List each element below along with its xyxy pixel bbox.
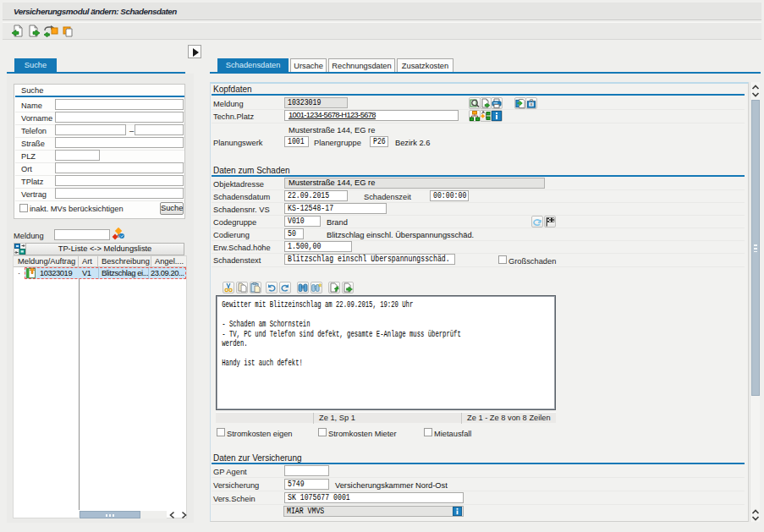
editor-lines: Gewitter mit Blitzeinschlag am 22.09.201… bbox=[217, 296, 555, 369]
gpagent-input[interactable] bbox=[284, 465, 329, 476]
print-icon[interactable] bbox=[491, 97, 503, 109]
inakt-mvs-checkbox[interactable] bbox=[19, 204, 28, 212]
erwschad-input[interactable]: 1.500,00 bbox=[284, 241, 352, 252]
ort-label: Ort bbox=[21, 164, 32, 174]
schadenstext-input[interactable]: Blitzschlag einschl Überspannungsschäd. bbox=[284, 254, 455, 265]
mietausfall-checkbox[interactable] bbox=[424, 428, 432, 436]
search-group-underline bbox=[15, 96, 184, 97]
col-angelegt[interactable]: Angel.... bbox=[151, 256, 186, 266]
other-object-icon[interactable] bbox=[11, 25, 25, 38]
vertragsart-info-icon[interactable] bbox=[453, 507, 462, 518]
vorname-input[interactable] bbox=[55, 112, 184, 123]
tp-list-swap-icon[interactable] bbox=[14, 243, 26, 255]
tab-rechnungsdaten[interactable]: Rechnungsdaten bbox=[328, 58, 395, 72]
scroll-down-bottom-icon[interactable] bbox=[751, 515, 760, 524]
meldung-overview-icon[interactable] bbox=[112, 228, 125, 241]
scroll-down-icon[interactable] bbox=[751, 91, 760, 100]
next-object-icon[interactable] bbox=[27, 25, 41, 38]
col-beschreibung[interactable]: Beschreibung bbox=[98, 256, 151, 266]
content-vscrollbar[interactable] bbox=[750, 82, 760, 522]
tplatz-input[interactable] bbox=[55, 175, 184, 186]
ort-input[interactable] bbox=[55, 162, 184, 173]
planungswerk-input[interactable]: 1001 bbox=[284, 136, 309, 147]
page-title: Versicherungsmodul ändern: Schadensdaten bbox=[14, 7, 177, 16]
table-column-divider bbox=[79, 267, 80, 510]
codierung-label: Codierung bbox=[213, 230, 250, 240]
stromkosten-mieter-checkbox[interactable] bbox=[318, 428, 327, 436]
schadensnr-input[interactable]: KS-12548-17 bbox=[284, 203, 387, 214]
find-icon[interactable] bbox=[297, 282, 309, 293]
meldung-table: Meldung/Auftrag Art Beschreibung Angel..… bbox=[13, 255, 187, 518]
name-label: Name bbox=[21, 101, 42, 111]
cut-icon[interactable] bbox=[223, 282, 234, 293]
cell-separator bbox=[98, 267, 99, 279]
codegruppe-input[interactable]: V010 bbox=[284, 216, 321, 227]
change-document-icon[interactable] bbox=[480, 97, 492, 109]
schadensdaten-content: Kopfdaten Meldung 10323019 Techn.Platz 1… bbox=[210, 82, 749, 522]
table-row[interactable]: · 10323019 V1 Blitzschlag ei... 23.09.20… bbox=[25, 267, 186, 279]
create-with-reference-icon[interactable] bbox=[43, 25, 57, 38]
copy-to-clipboard-icon[interactable] bbox=[514, 97, 526, 109]
codierung-input[interactable]: 50 bbox=[284, 228, 304, 239]
long-text-editor[interactable]: Gewitter mit Blitzeinschlag am 22.09.201… bbox=[216, 295, 556, 410]
strasse-label: Straße bbox=[21, 139, 45, 149]
tab-suche[interactable]: Suche bbox=[14, 58, 57, 72]
versschein-input[interactable]: SK 1075677 0001 bbox=[284, 492, 464, 503]
structure-list-icon[interactable] bbox=[480, 110, 492, 122]
technplatz-input[interactable]: 1001-1234-5678-H123-5678 bbox=[284, 110, 459, 121]
editor-line: Gewitter mit Blitzeinschlag am 22.09.201… bbox=[217, 300, 450, 310]
paste-icon[interactable] bbox=[250, 282, 261, 293]
upload-text-icon[interactable] bbox=[328, 282, 340, 293]
scroll-left-icon[interactable] bbox=[168, 511, 177, 519]
plz-input[interactable] bbox=[55, 150, 100, 161]
col-art[interactable]: Art bbox=[79, 256, 98, 266]
telefon2-input[interactable] bbox=[135, 124, 184, 135]
vertrag-input[interactable] bbox=[55, 188, 184, 199]
versicherung-label: Versicherung bbox=[213, 480, 259, 491]
search-button[interactable]: Suche bbox=[160, 202, 184, 215]
row-separator bbox=[15, 150, 184, 151]
grossschaden-checkbox[interactable] bbox=[498, 255, 507, 264]
tab-schadensdaten[interactable]: Schadensdaten bbox=[217, 58, 289, 72]
stromkosten-eigen-checkbox[interactable] bbox=[217, 428, 225, 436]
copy-icon[interactable] bbox=[236, 282, 248, 293]
col-meldung-auftrag[interactable]: Meldung/Auftrag bbox=[14, 256, 79, 266]
redo-icon[interactable] bbox=[279, 282, 291, 293]
schadensdatum-input[interactable]: 22.09.2015 bbox=[284, 190, 348, 201]
tab-zusatzkosten[interactable]: Zusatzkosten bbox=[397, 58, 453, 72]
meldung-quick-label: Meldung bbox=[14, 231, 44, 241]
schadenszeit-input[interactable]: 00:00:00 bbox=[430, 190, 469, 201]
display-detail-icon[interactable] bbox=[469, 97, 481, 109]
permits-icon[interactable] bbox=[525, 97, 537, 109]
meldung-quick-input[interactable] bbox=[54, 229, 110, 240]
versicherung-input[interactable]: 5749 bbox=[284, 479, 329, 490]
schadensdatum-label: Schadensdatum bbox=[213, 192, 270, 202]
vscroll-thumb[interactable] bbox=[751, 100, 760, 396]
planergruppe-input[interactable]: P26 bbox=[370, 136, 388, 147]
name-input[interactable] bbox=[55, 99, 184, 110]
row-separator bbox=[212, 266, 745, 267]
hscroll-thumb[interactable] bbox=[80, 511, 140, 518]
scroll-right-icon[interactable] bbox=[179, 511, 188, 519]
strasse-input[interactable] bbox=[55, 137, 184, 148]
change-display-toggle-icon[interactable] bbox=[62, 25, 75, 38]
tab-ursache[interactable]: Ursache bbox=[290, 58, 327, 72]
find-next-icon[interactable] bbox=[311, 282, 322, 293]
complete-flag-icon[interactable] bbox=[544, 216, 556, 228]
bezirk-text: Bezirk 2.6 bbox=[395, 138, 430, 148]
table-hscrollbar[interactable] bbox=[79, 511, 167, 518]
tp-list-toggle-button[interactable]: TP-Liste <-> Meldungsliste bbox=[25, 243, 184, 255]
download-text-icon[interactable] bbox=[342, 282, 354, 293]
undo-icon[interactable] bbox=[266, 282, 278, 293]
schadenszeit-label: Schadenszeit bbox=[364, 192, 411, 202]
expand-panel-button[interactable] bbox=[188, 45, 201, 58]
editor-cursor-position: Ze 1, Sp 1 bbox=[313, 413, 461, 424]
undo-codierung-icon[interactable] bbox=[531, 216, 543, 228]
info-icon[interactable] bbox=[491, 110, 503, 122]
grossschaden-label: Großschaden bbox=[508, 256, 556, 266]
telefon-input[interactable] bbox=[55, 124, 126, 135]
notification-doc-icon bbox=[26, 267, 36, 280]
editor-status-bar: Ze 1, Sp 1 Ze 1 - Ze 8 von 8 Zeilen bbox=[216, 412, 556, 423]
plz-label: PLZ bbox=[21, 151, 36, 162]
structure-icon[interactable] bbox=[469, 110, 481, 122]
